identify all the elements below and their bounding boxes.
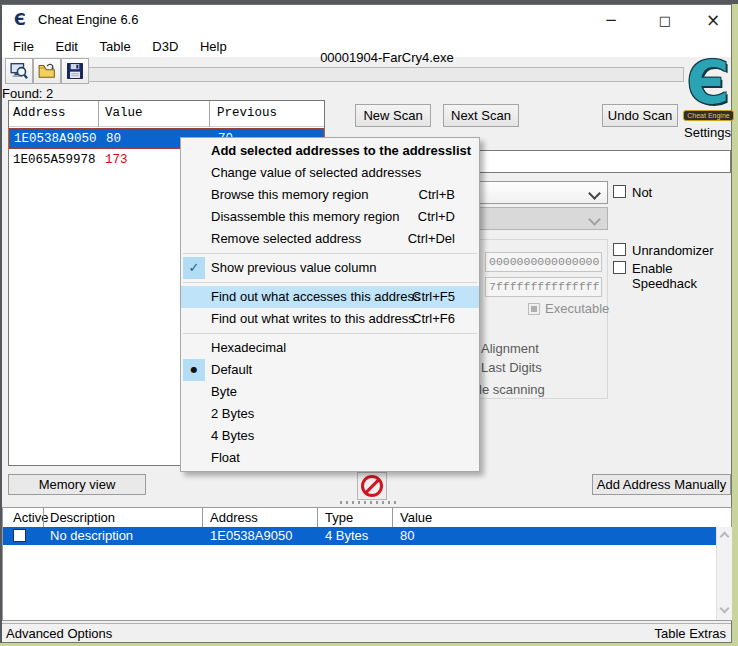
unrandomizer-label: Unrandomizer <box>632 243 714 258</box>
not-checkbox[interactable] <box>613 185 626 198</box>
prohibition-icon <box>361 475 383 497</box>
menu-item-add-to-addresslist[interactable]: Add selected addresses to the addresslis… <box>181 140 479 162</box>
statusbar: Advanced Options Table Extras <box>2 623 731 642</box>
last-digits-label[interactable]: Last Digits <box>481 360 542 375</box>
column-divider <box>392 508 393 527</box>
cheat-table-list[interactable]: Active Description Address Type Value No… <box>2 507 732 621</box>
found-address: 1E065A59978 <box>13 150 96 170</box>
save-floppy-icon <box>66 62 84 80</box>
menu-file[interactable]: File <box>4 36 43 57</box>
column-divider <box>202 508 203 527</box>
cheat-table-header: Active Description Address Type Value <box>3 508 731 527</box>
new-scan-button[interactable]: New Scan <box>355 104 431 127</box>
column-header-description[interactable]: Description <box>50 510 115 525</box>
maximize-button[interactable]: □ <box>648 5 682 36</box>
menu-item-browse-memory[interactable]: Browse this memory regionCtrl+B <box>181 184 479 206</box>
minimize-button[interactable]: − <box>594 5 628 36</box>
select-process-icon <box>10 62 28 80</box>
scan-stop-input[interactable]: 7fffffffffffffff <box>485 277 602 297</box>
close-button[interactable]: × <box>696 5 730 36</box>
column-divider <box>43 508 44 527</box>
unrandomizer-checkbox[interactable] <box>613 243 626 256</box>
open-folder-icon <box>38 62 56 80</box>
menu-item-find-accesses[interactable]: Find out what accesses this addressCtrl+… <box>181 286 479 308</box>
column-header-value[interactable]: Value <box>400 510 432 525</box>
column-divider <box>317 508 318 527</box>
enable-speedhack-checkbox[interactable] <box>613 261 626 274</box>
found-count-label: Found: 2 <box>2 86 53 101</box>
menu-item-hexadecimal[interactable]: Hexadecimal <box>181 337 479 359</box>
table-extras-link[interactable]: Table Extras <box>654 624 726 643</box>
menu-item-4bytes[interactable]: 4 Bytes <box>181 425 479 447</box>
row-value: 80 <box>400 527 414 545</box>
found-address: 1E0538A9050 <box>14 129 97 149</box>
scan-start-input[interactable]: 0000000000000000 <box>485 252 602 272</box>
executable-label: Executable <box>545 301 609 316</box>
row-address: 1E0538A9050 <box>210 527 292 545</box>
checkmark-icon: ✓ <box>183 257 205 279</box>
not-label: Not <box>632 185 652 200</box>
executable-checkbox[interactable] <box>528 303 540 315</box>
app-icon: Є <box>14 10 26 29</box>
cheat-table-row-selected[interactable]: No description 1E0538A9050 4 Bytes 80 <box>3 527 716 545</box>
menu-item-default[interactable]: ● Default <box>181 359 479 381</box>
indeterminate-mark <box>531 306 537 312</box>
row-description: No description <box>50 527 133 545</box>
menu-item-byte[interactable]: Byte <box>181 381 479 403</box>
save-table-button[interactable] <box>61 58 89 84</box>
logo-caption: Cheat Engine <box>683 110 734 121</box>
scroll-down-icon[interactable] <box>720 604 730 614</box>
menu-item-disassemble[interactable]: Disassemble this memory regionCtrl+D <box>181 206 479 228</box>
menu-item-change-value[interactable]: Change value of selected addresses <box>181 162 479 184</box>
row-type: 4 Bytes <box>325 527 368 545</box>
cheat-engine-window: Є Cheat Engine 6.6 − □ × File Edit Table… <box>0 0 738 646</box>
context-menu: Add selected addresses to the addresslis… <box>180 137 480 472</box>
undo-scan-button[interactable]: Undo Scan <box>602 104 678 127</box>
active-checkbox[interactable] <box>13 529 26 542</box>
menu-item-remove-address[interactable]: Remove selected addressCtrl+Del <box>181 228 479 250</box>
column-header-previous[interactable]: Previous <box>217 106 277 120</box>
splitter-handle[interactable] <box>340 501 398 504</box>
settings-link[interactable]: Settings <box>684 125 731 140</box>
menu-item-float[interactable]: Float <box>181 447 479 469</box>
pause-while-scanning-label[interactable]: le scanning <box>479 382 545 397</box>
column-header-type[interactable]: Type <box>325 510 353 525</box>
found-value: 80 <box>106 129 121 149</box>
menu-separator <box>183 253 477 254</box>
scan-value-input[interactable] <box>455 150 731 173</box>
found-value-changed: 173 <box>105 150 128 170</box>
chevron-down-icon <box>588 213 601 226</box>
column-header-address[interactable]: Address <box>13 106 66 120</box>
stop-button[interactable] <box>357 472 387 500</box>
window-title: Cheat Engine 6.6 <box>38 12 138 27</box>
menu-edit[interactable]: Edit <box>47 36 87 57</box>
alignment-label[interactable]: Alignment <box>481 341 539 356</box>
menu-item-find-writes[interactable]: Find out what writes to this addressCtrl… <box>181 308 479 330</box>
scroll-up-icon[interactable] <box>720 532 730 542</box>
enable-speedhack-label: Enable Speedhack <box>632 261 738 291</box>
memory-view-button[interactable]: Memory view <box>8 474 146 495</box>
menu-separator <box>183 282 477 283</box>
select-process-button[interactable] <box>5 58 33 84</box>
found-list-header: Address Value Previous <box>9 101 324 127</box>
chevron-down-icon <box>588 187 601 200</box>
add-address-manually-button[interactable]: Add Address Manually <box>592 474 731 495</box>
attached-process-name: 00001904-FarCry4.exe <box>90 50 684 65</box>
menu-item-show-previous-column[interactable]: ✓ Show previous value column <box>181 257 479 279</box>
advanced-options-link[interactable]: Advanced Options <box>6 624 112 643</box>
radio-dot-icon: ● <box>183 359 205 381</box>
column-header-value[interactable]: Value <box>105 106 143 120</box>
menu-item-2bytes[interactable]: 2 Bytes <box>181 403 479 425</box>
menu-separator <box>183 333 477 334</box>
column-header-address[interactable]: Address <box>210 510 258 525</box>
scan-progress-bar <box>88 67 684 82</box>
column-divider <box>209 101 210 127</box>
column-divider <box>98 101 99 127</box>
next-scan-button[interactable]: Next Scan <box>443 104 519 127</box>
open-table-button[interactable] <box>33 58 61 84</box>
cheat-engine-logo-icon: Є <box>680 52 736 114</box>
vertical-scrollbar[interactable] <box>716 527 732 620</box>
